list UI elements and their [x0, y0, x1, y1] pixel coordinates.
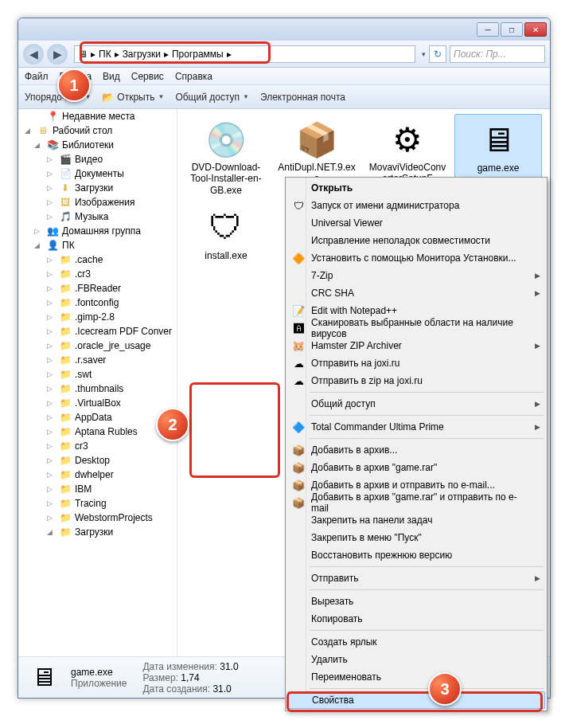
expand-icon[interactable]: ▷: [47, 170, 56, 178]
expand-icon[interactable]: ◢: [34, 141, 43, 149]
back-button[interactable]: ◀: [23, 44, 44, 65]
context-item[interactable]: Universal Viewer: [287, 214, 545, 232]
context-item[interactable]: Исправление неполадок совместимости: [287, 232, 545, 249]
expand-icon[interactable]: ▷: [47, 313, 56, 321]
tree-item[interactable]: ▷📁.oracle_jre_usage: [18, 339, 177, 353]
tree-item[interactable]: ▷📁.thumbnails: [18, 382, 177, 396]
tree-item[interactable]: ◢👤ПК: [18, 238, 177, 252]
file-item[interactable]: 💿DVD-Download-Tool-Installer-en-GB.exe: [182, 114, 270, 199]
forward-button[interactable]: ▶: [47, 44, 68, 65]
expand-icon[interactable]: ▷: [47, 485, 56, 493]
context-item[interactable]: ☁Отправить на joxi.ru: [287, 354, 545, 372]
expand-icon[interactable]: ▷: [47, 514, 56, 522]
tree-item[interactable]: ▷🎵Музыка: [18, 209, 177, 224]
context-item[interactable]: 🔷Total Commander Ultima Prime▶: [287, 418, 545, 436]
context-item[interactable]: 📦Добавить в архив...: [287, 441, 545, 459]
tree-item[interactable]: ▷📁.swt: [18, 367, 177, 382]
context-item[interactable]: Создать ярлык: [287, 633, 545, 651]
tree-item[interactable]: ◢📁Загрузки: [18, 525, 177, 539]
expand-icon[interactable]: ▷: [47, 370, 56, 378]
breadcrumb-programs[interactable]: Программы: [172, 49, 224, 60]
context-item[interactable]: Свойства: [287, 691, 545, 709]
search-input[interactable]: Поиск: Пр...: [450, 45, 545, 63]
expand-icon[interactable]: ▷: [47, 198, 56, 206]
context-item[interactable]: 🛡Запуск от имени администратора: [287, 197, 545, 214]
addressbar-dropdown-icon[interactable]: ▾: [422, 50, 426, 58]
expand-icon[interactable]: ▷: [47, 256, 56, 264]
menu-tools[interactable]: Сервис: [131, 71, 164, 82]
context-item[interactable]: 🐹Hamster ZIP Archiver▶: [287, 337, 545, 354]
refresh-button[interactable]: ↻: [429, 45, 446, 63]
menu-view[interactable]: Вид: [103, 71, 120, 82]
file-item[interactable]: 🛡install.exe: [182, 202, 270, 264]
tree-item[interactable]: ▷📁AppData: [18, 410, 177, 425]
tree-item[interactable]: ▷📄Документы: [18, 166, 177, 181]
email-button[interactable]: Электронная почта: [260, 92, 345, 103]
context-item[interactable]: Переименовать: [287, 668, 545, 686]
context-item[interactable]: Отправить▶: [287, 569, 545, 587]
tree-item[interactable]: ▷🖼Изображения: [18, 195, 177, 209]
tree-item[interactable]: 📍Недавние места: [18, 109, 177, 123]
expand-icon[interactable]: ◢: [25, 127, 33, 135]
context-item[interactable]: ☁Отправить в zip на joxi.ru: [287, 372, 545, 389]
maximize-button[interactable]: □: [501, 22, 523, 37]
tree-item[interactable]: ▷📁Desktop: [18, 453, 177, 468]
tree-item[interactable]: ▷📁.gimp-2.8: [18, 310, 177, 324]
tree-item[interactable]: ▷📁WebstormProjects: [18, 511, 177, 525]
expand-icon[interactable]: ◢: [47, 528, 56, 536]
tree-item[interactable]: ▷⬇Загрузки: [18, 181, 177, 195]
context-menu[interactable]: Открыть🛡Запуск от имени администратораUn…: [285, 177, 548, 711]
share-button[interactable]: Общий доступ▼: [175, 92, 249, 103]
expand-icon[interactable]: ▷: [47, 471, 56, 479]
expand-icon[interactable]: ▷: [47, 270, 56, 278]
address-bar[interactable]: 🖥 ▸ ПК ▸ Загрузки ▸ Программы ▸: [74, 45, 415, 63]
context-item[interactable]: Восстановить прежнюю версию: [287, 546, 545, 564]
breadcrumb-pc[interactable]: ПК: [99, 49, 111, 60]
tree-item[interactable]: ▷📁.r.saver: [18, 353, 177, 367]
context-item[interactable]: 🅰Сканировать выбранные области на наличи…: [287, 319, 545, 337]
expand-icon[interactable]: ▷: [47, 428, 56, 436]
expand-icon[interactable]: ▷: [47, 456, 56, 464]
expand-icon[interactable]: ▷: [47, 442, 56, 450]
context-item[interactable]: Общий доступ▶: [287, 395, 545, 413]
context-item[interactable]: Закрепить на панели задач: [287, 511, 545, 529]
breadcrumb-downloads[interactable]: Загрузки: [123, 49, 161, 60]
context-item[interactable]: 🔶Установить с помощью Монитора Установки…: [287, 249, 545, 267]
tree-item[interactable]: ▷📁.cache: [18, 252, 177, 267]
expand-icon[interactable]: ▷: [47, 284, 56, 292]
context-item[interactable]: 📦Добавить в архив "game.rar": [287, 459, 545, 476]
close-button[interactable]: ✕: [524, 22, 547, 37]
context-item[interactable]: CRC SHA▶: [287, 284, 545, 302]
tree-item[interactable]: ◢📚Библиотеки: [18, 138, 177, 152]
tree-item[interactable]: ▷📁Tracing: [18, 496, 177, 511]
context-item[interactable]: Закрепить в меню "Пуск": [287, 529, 545, 546]
expand-icon[interactable]: ▷: [47, 213, 56, 221]
tree-item[interactable]: ▷📁.FBReader: [18, 281, 177, 296]
expand-icon[interactable]: ▷: [47, 327, 56, 335]
context-item[interactable]: Открыть: [287, 179, 545, 197]
minimize-button[interactable]: ─: [477, 22, 499, 37]
expand-icon[interactable]: ▷: [47, 399, 56, 407]
context-item[interactable]: Копировать: [287, 610, 545, 628]
expand-icon[interactable]: ▷: [47, 155, 56, 163]
menu-help[interactable]: Справка: [175, 71, 212, 82]
tree-item[interactable]: ▷👥Домашняя группа: [18, 224, 177, 238]
expand-icon[interactable]: ▷: [47, 499, 56, 507]
expand-icon[interactable]: ▷: [34, 227, 43, 235]
expand-icon[interactable]: ▷: [47, 356, 56, 364]
tree-item[interactable]: ▷📁dwhelper: [18, 468, 177, 482]
tree-item[interactable]: ◢🖥Рабочий стол: [18, 123, 177, 138]
tree-item[interactable]: ▷📁.VirtualBox: [18, 396, 177, 410]
tree-item[interactable]: ▷📁.fontconfig: [18, 296, 177, 310]
context-item[interactable]: Вырезать: [287, 593, 545, 610]
expand-icon[interactable]: ▷: [47, 299, 56, 307]
tree-item[interactable]: ▷📁.Icecream PDF Conver: [18, 324, 177, 339]
context-item[interactable]: 7-Zip▶: [287, 267, 545, 284]
tree-item[interactable]: ▷📁IBM: [18, 482, 177, 496]
tree-item[interactable]: ▷📁Aptana Rubles: [18, 425, 177, 439]
expand-icon[interactable]: ◢: [34, 241, 43, 249]
menu-file[interactable]: Файл: [25, 71, 49, 82]
expand-icon[interactable]: ▷: [47, 413, 56, 421]
tree-item[interactable]: ▷📁.cr3: [18, 267, 177, 281]
context-item[interactable]: Удалить: [287, 651, 545, 668]
